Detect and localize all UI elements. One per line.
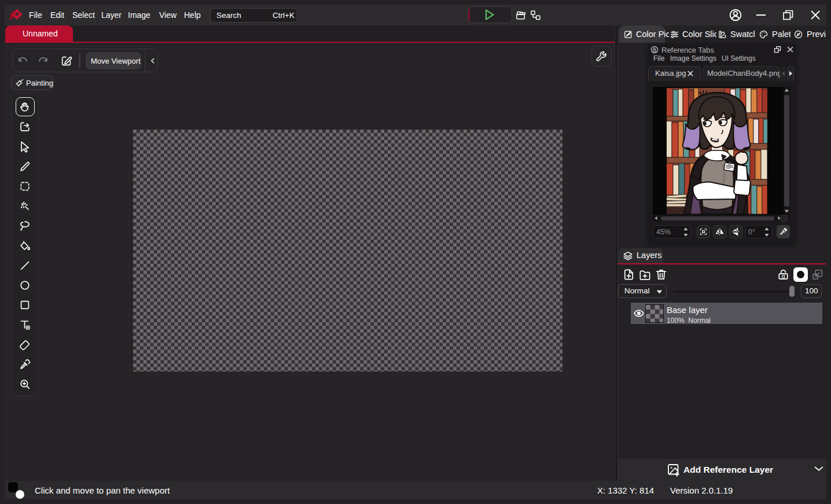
- svg-text:α: α: [781, 273, 785, 279]
